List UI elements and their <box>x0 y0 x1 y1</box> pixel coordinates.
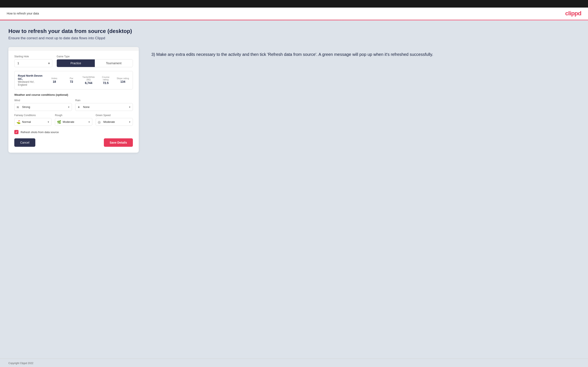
weather-section-title: Weather and course conditions (optional) <box>14 93 133 96</box>
starting-hole-game-type-row: Starting Hole 1 Game Type Practice Tourn… <box>14 55 133 67</box>
game-type-group: Game Type Practice Tournament <box>57 55 133 67</box>
par-stat: Par 72 <box>65 77 78 83</box>
holes-value: 18 <box>48 80 61 83</box>
cancel-button[interactable]: Cancel <box>14 138 35 147</box>
starting-hole-label: Starting Hole <box>14 55 52 58</box>
starting-hole-select[interactable]: 1 <box>14 59 52 67</box>
form-card-top-bar <box>9 47 139 51</box>
game-type-label: Game Type <box>57 55 133 58</box>
fairway-select[interactable]: Normal <box>14 118 52 126</box>
holes-label: Holes <box>48 77 61 80</box>
weather-row: Wind ≋ Strong ▾ Rain ✦ None <box>14 99 133 111</box>
checkmark-icon: ✓ <box>15 131 18 134</box>
rain-select-wrapper: ✦ None ▾ <box>75 103 133 111</box>
game-type-buttons: Practice Tournament <box>57 59 133 67</box>
practice-button[interactable]: Practice <box>57 59 95 67</box>
starting-hole-select-wrapper: 1 <box>14 59 52 67</box>
course-location: Westward Ho!, England <box>18 80 44 86</box>
rough-label: Rough <box>55 114 92 117</box>
rough-select-wrapper: 🌿 Moderate ▾ <box>55 118 92 126</box>
form-card: Starting Hole 1 Game Type Practice Tourn… <box>9 47 139 153</box>
page-subtitle: Ensure the correct and most up to date d… <box>9 36 579 40</box>
green-speed-select[interactable]: Moderate <box>96 118 133 126</box>
rain-label: Rain <box>75 99 133 102</box>
tournament-button[interactable]: Tournament <box>95 59 133 67</box>
yards-label: Yards/White (M)) <box>82 76 95 81</box>
green-speed-label: Green Speed <box>96 114 133 117</box>
green-speed-group: Green Speed ◎ Moderate ▾ <box>96 114 133 126</box>
par-value: 72 <box>65 80 78 83</box>
save-button[interactable]: Save Details <box>104 138 133 147</box>
holes-stat: Holes 18 <box>48 77 61 83</box>
logo: clippd <box>565 10 581 17</box>
rain-group: Rain ✦ None ▾ <box>75 99 133 111</box>
wind-group: Wind ≋ Strong ▾ <box>14 99 72 111</box>
yards-stat: Yards/White (M)) 6,744 <box>82 76 95 85</box>
copyright: Copyright Clippd 2022 <box>9 362 34 365</box>
header-title: How to refresh your data <box>7 12 39 15</box>
course-info-box: Royal North Devon GC, Westward Ho!, Engl… <box>14 71 133 89</box>
rough-group: Rough 🌿 Moderate ▾ <box>55 114 92 126</box>
header: How to refresh your data clippd <box>0 8 588 20</box>
side-text: 3) Make any extra edits necessary to the… <box>151 47 579 58</box>
fairway-select-wrapper: ⛳ Normal ▾ <box>14 118 52 126</box>
footer: Copyright Clippd 2022 <box>0 359 588 367</box>
wind-label: Wind <box>14 99 72 102</box>
wind-select[interactable]: Strong <box>14 103 72 111</box>
rough-select[interactable]: Moderate <box>55 118 92 126</box>
rain-select[interactable]: None <box>75 103 133 111</box>
course-name-col: Royal North Devon GC, Westward Ho!, Engl… <box>18 74 44 86</box>
course-rating-label: Course rating <box>99 76 112 81</box>
yards-value: 6,744 <box>82 81 95 85</box>
main-content: How to refresh your data from source (de… <box>0 20 588 359</box>
course-name: Royal North Devon GC, <box>18 74 44 80</box>
slope-rating-label: Slope rating <box>116 77 129 80</box>
side-text-content: 3) Make any extra edits necessary to the… <box>151 51 579 58</box>
refresh-checkbox-row: ✓ Refresh shots from data source <box>14 130 133 134</box>
wind-select-wrapper: ≋ Strong ▾ <box>14 103 72 111</box>
page-title: How to refresh your data from source (de… <box>9 28 579 34</box>
content-area: Starting Hole 1 Game Type Practice Tourn… <box>9 47 579 153</box>
refresh-checkbox[interactable]: ✓ <box>14 130 18 134</box>
course-rating-value: 72.5 <box>99 81 112 85</box>
top-bar <box>0 0 588 8</box>
starting-hole-group: Starting Hole 1 <box>14 55 52 67</box>
refresh-label: Refresh shots from data source <box>21 131 59 134</box>
slope-rating-stat: Slope rating 134 <box>116 77 129 83</box>
green-speed-select-wrapper: ◎ Moderate ▾ <box>96 118 133 126</box>
par-label: Par <box>65 77 78 80</box>
fairway-label: Fairway Conditions <box>14 114 52 117</box>
slope-rating-value: 134 <box>116 80 129 83</box>
fairway-group: Fairway Conditions ⛳ Normal ▾ <box>14 114 52 126</box>
conditions-row: Fairway Conditions ⛳ Normal ▾ Rough 🌿 <box>14 114 133 126</box>
form-actions: Cancel Save Details <box>14 138 133 147</box>
course-rating-stat: Course rating 72.5 <box>99 76 112 85</box>
